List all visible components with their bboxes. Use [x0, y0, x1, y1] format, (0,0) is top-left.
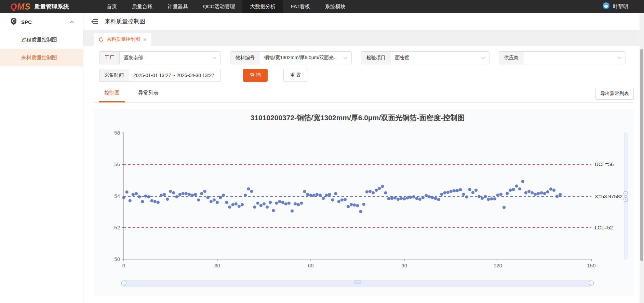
data-point [453, 189, 456, 192]
page-header: 来料质量控制图 [83, 13, 644, 30]
data-point [132, 193, 135, 196]
nav-item-1[interactable]: 质量台账 [124, 0, 160, 13]
data-point [272, 209, 275, 212]
data-point [306, 193, 309, 196]
data-point [555, 195, 559, 198]
data-point [263, 202, 266, 205]
data-point [403, 197, 406, 200]
x-tick-label: 30 [214, 263, 220, 268]
data-point [509, 189, 512, 192]
data-point [527, 190, 531, 193]
nav-item-0[interactable]: 首页 [99, 0, 124, 13]
data-point [225, 201, 228, 204]
data-point [256, 202, 259, 205]
collapse-sidebar-icon[interactable] [91, 18, 98, 25]
data-point [481, 197, 484, 200]
chevron-up-icon [70, 19, 74, 25]
close-icon[interactable]: × [143, 37, 147, 42]
x-tick-label: 120 [494, 263, 502, 268]
data-point [356, 204, 359, 207]
data-point [499, 193, 502, 196]
factory-value-text: 酒泉南部 [124, 55, 143, 61]
sidebar-item-1[interactable]: 来料质量控制图 [0, 49, 83, 66]
data-point [157, 201, 160, 204]
data-point [549, 188, 552, 191]
data-point [534, 193, 537, 196]
data-point [456, 189, 459, 192]
data-point [421, 196, 425, 199]
data-point [512, 188, 515, 191]
user-avatar-icon [602, 2, 610, 11]
chart-tab-0[interactable]: 控制图 [99, 90, 125, 102]
supplier-label: 供应商 [499, 51, 524, 64]
nav-item-2[interactable]: 计量器具 [160, 0, 196, 13]
reset-button[interactable]: 重 置 [283, 69, 308, 82]
data-point [490, 197, 493, 200]
data-point [275, 202, 278, 205]
sidebar-item-0[interactable]: 过程质量控制图 [0, 31, 83, 49]
datazoom-horizontal-grip[interactable] [354, 281, 361, 283]
nav-item-4[interactable]: 大数据分析 [242, 0, 283, 13]
data-point [200, 192, 203, 195]
scrollbar-thumb[interactable] [640, 49, 643, 261]
data-point [312, 194, 316, 197]
inspection-value[interactable]: 面密度 [391, 51, 489, 64]
data-point [465, 195, 468, 199]
user-menu[interactable]: 叶帮明 [602, 2, 644, 11]
search-button[interactable]: 查 询 [243, 69, 268, 82]
material-value[interactable]: 铜箔/宽1302mm/厚6.0μm/双面光... [260, 51, 352, 64]
data-point [474, 189, 478, 192]
data-point [278, 200, 281, 203]
window-scrollbar[interactable] [640, 13, 644, 303]
data-point [281, 201, 284, 204]
filter-area: 工厂 酒泉南部 物料编号 铜箔/宽1302mm/厚6.0μm/双面光... [94, 51, 634, 82]
data-point [515, 185, 518, 188]
nav-item-6[interactable]: 系统模块 [318, 0, 353, 13]
data-point [182, 192, 185, 195]
sidebar-items: 过程质量控制图来料质量控制图 [0, 31, 83, 66]
data-point [122, 196, 125, 199]
chart-tab-1[interactable]: 异常列表 [133, 90, 164, 102]
data-point [552, 189, 555, 192]
x-tick-label: 90 [401, 263, 407, 268]
data-point [462, 193, 465, 196]
qms-logo: QMS [10, 2, 31, 12]
sidebar-group-spc[interactable]: SPC [0, 13, 83, 31]
data-point [340, 198, 344, 201]
control-line-label-UCL: UCL=56 [595, 161, 614, 167]
y-tick-label: 50 [114, 256, 120, 262]
data-point [415, 197, 418, 200]
supplier-value[interactable] [524, 51, 626, 64]
refresh-icon[interactable] [98, 37, 104, 42]
data-point [206, 196, 210, 199]
route-tab[interactable]: 来料质量控制图 × [94, 33, 151, 46]
data-point [309, 194, 312, 197]
nav-item-5[interactable]: FAT看板 [283, 0, 317, 13]
date-range-input[interactable]: 2025-01-01 13:27 ~ 2025-04-30 13:27 [129, 69, 221, 82]
data-point [194, 193, 197, 196]
data-point [484, 195, 487, 198]
data-point [166, 198, 169, 201]
data-point [487, 198, 490, 201]
factory-value[interactable]: 酒泉南部 [119, 51, 221, 64]
data-point [141, 200, 144, 203]
nav-item-3[interactable]: QCC活动管理 [196, 0, 242, 13]
app-logo: QMS 质量管理系统 [0, 2, 69, 12]
data-point [347, 205, 350, 208]
chart-title: 31010200372-铜箔/宽1302mm/厚6.0μm/双面光铜箔-面密度-… [251, 114, 465, 122]
chevron-down-icon [343, 56, 347, 59]
export-abnormal-button[interactable]: 导出异常列表 [595, 88, 634, 100]
data-point [518, 187, 521, 190]
data-point [197, 198, 200, 201]
chart-tabs: 控制图异常列表 导出异常列表 [94, 86, 634, 103]
data-point [203, 190, 206, 193]
data-point [440, 193, 443, 196]
chevron-down-icon [481, 56, 485, 59]
x-tick-label: 150 [587, 263, 595, 268]
data-point [135, 192, 138, 195]
data-point [546, 190, 549, 193]
data-point [362, 203, 365, 206]
control-line-label-mean: X̄=53.97582 [595, 193, 622, 199]
data-point [300, 202, 303, 205]
data-point [531, 191, 534, 194]
